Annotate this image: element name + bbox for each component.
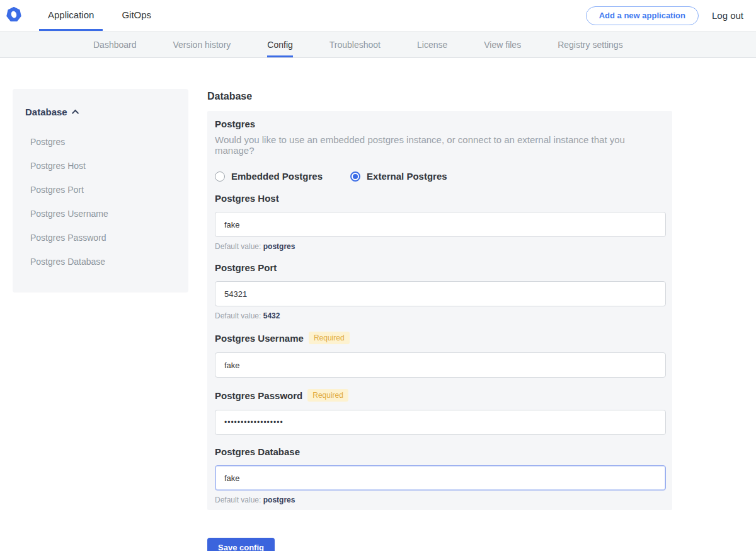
postgres-database-input[interactable]	[215, 465, 666, 490]
required-badge: Required	[309, 332, 350, 344]
config-group-panel: Postgres Would you like to use an embedd…	[207, 111, 672, 510]
default-value: postgres	[263, 242, 295, 251]
subnav-registry-settings[interactable]: Registry settings	[558, 32, 622, 57]
required-badge: Required	[307, 389, 348, 402]
default-value: 5432	[263, 311, 280, 320]
field-postgres-database: Postgres Database Default value: postgre…	[215, 446, 666, 504]
radio-embedded-postgres[interactable]: Embedded Postgres	[215, 171, 323, 182]
field-postgres-password: Postgres Password Required	[215, 389, 666, 435]
app-subnav: Dashboard Version history Config Trouble…	[0, 32, 756, 58]
default-label: Default value:	[215, 311, 261, 320]
tab-application-label: Application	[48, 9, 94, 20]
tab-application[interactable]: Application	[39, 0, 103, 31]
default-value: postgres	[263, 496, 295, 504]
postgres-host-default: Default value: postgres	[215, 242, 666, 251]
tab-gitops-label: GitOps	[122, 9, 151, 20]
sidebar-item-postgres-username[interactable]: Postgres Username	[25, 202, 176, 226]
page-title: Database	[207, 91, 672, 102]
sidebar-item-postgres-database[interactable]: Postgres Database	[25, 250, 176, 274]
header-actions: Add a new application Log out	[586, 0, 756, 31]
field-postgres-username: Postgres Username Required	[215, 332, 666, 378]
postgres-username-label: Postgres Username Required	[215, 332, 666, 344]
app-header: Application GitOps Add a new application…	[0, 0, 756, 32]
save-config-button[interactable]: Save config	[207, 538, 275, 551]
field-postgres-host: Postgres Host Default value: postgres	[215, 193, 666, 251]
default-label: Default value:	[215, 496, 261, 504]
subnav-version-history[interactable]: Version history	[173, 32, 231, 57]
chevron-up-icon	[72, 109, 79, 116]
subnav-license[interactable]: License	[417, 32, 447, 57]
postgres-username-input[interactable]	[215, 352, 666, 378]
postgres-port-label-text: Postgres Port	[215, 262, 277, 273]
radio-embedded-label: Embedded Postgres	[231, 171, 323, 182]
postgres-item-help: Would you like to use an embedded postgr…	[215, 134, 666, 156]
config-main: Database Postgres Would you like to use …	[207, 58, 672, 551]
postgres-item-label-text: Postgres	[215, 119, 255, 129]
postgres-database-label: Postgres Database	[215, 446, 666, 457]
postgres-port-input[interactable]	[215, 281, 666, 306]
tab-gitops[interactable]: GitOps	[113, 0, 160, 31]
postgres-host-input[interactable]	[215, 212, 666, 237]
sidebar-item-postgres-port[interactable]: Postgres Port	[25, 178, 176, 202]
sidebar-item-postgres-password[interactable]: Postgres Password	[25, 226, 176, 250]
postgres-password-label: Postgres Password Required	[215, 389, 666, 402]
logout-link[interactable]: Log out	[712, 10, 743, 21]
field-postgres-port: Postgres Port Default value: 5432	[215, 262, 666, 320]
header-tabs: Application GitOps	[39, 0, 160, 31]
postgres-port-label: Postgres Port	[215, 262, 666, 273]
postgres-host-label: Postgres Host	[215, 193, 666, 204]
content-area: Database Postgres Postgres Host Postgres…	[0, 58, 756, 551]
postgres-database-default: Default value: postgres	[215, 496, 666, 504]
postgres-username-label-text: Postgres Username	[215, 333, 304, 344]
subnav-view-files[interactable]: View files	[484, 32, 521, 57]
postgres-host-label-text: Postgres Host	[215, 193, 279, 204]
postgres-password-input[interactable]	[215, 410, 666, 435]
radio-external-postgres[interactable]: External Postgres	[350, 171, 447, 182]
sidebar-item-postgres-host[interactable]: Postgres Host	[25, 154, 176, 178]
config-sidebar: Database Postgres Postgres Host Postgres…	[13, 89, 188, 293]
radio-circle-icon	[215, 171, 225, 182]
subnav-config[interactable]: Config	[267, 32, 292, 57]
radio-dot	[353, 174, 358, 179]
subnav-dashboard[interactable]: Dashboard	[93, 32, 137, 57]
sidebar-item-list: Postgres Postgres Host Postgres Port Pos…	[25, 130, 176, 274]
add-application-button[interactable]: Add a new application	[586, 6, 699, 25]
subnav-troubleshoot[interactable]: Troubleshoot	[329, 32, 381, 57]
postgres-port-default: Default value: 5432	[215, 311, 666, 320]
radio-circle-icon	[350, 171, 360, 182]
kots-logo-icon	[6, 7, 21, 25]
sidebar-group-database[interactable]: Database	[25, 107, 176, 117]
postgres-password-label-text: Postgres Password	[215, 390, 302, 401]
sidebar-group-label: Database	[25, 107, 67, 117]
app-logo[interactable]	[0, 0, 39, 31]
radio-external-label: External Postgres	[367, 171, 447, 182]
default-label: Default value:	[215, 242, 261, 251]
postgres-item-label: Postgres	[215, 119, 666, 129]
sidebar-item-postgres[interactable]: Postgres	[25, 130, 176, 154]
postgres-database-label-text: Postgres Database	[215, 446, 300, 457]
postgres-radio-group: Embedded Postgres External Postgres	[215, 171, 666, 182]
